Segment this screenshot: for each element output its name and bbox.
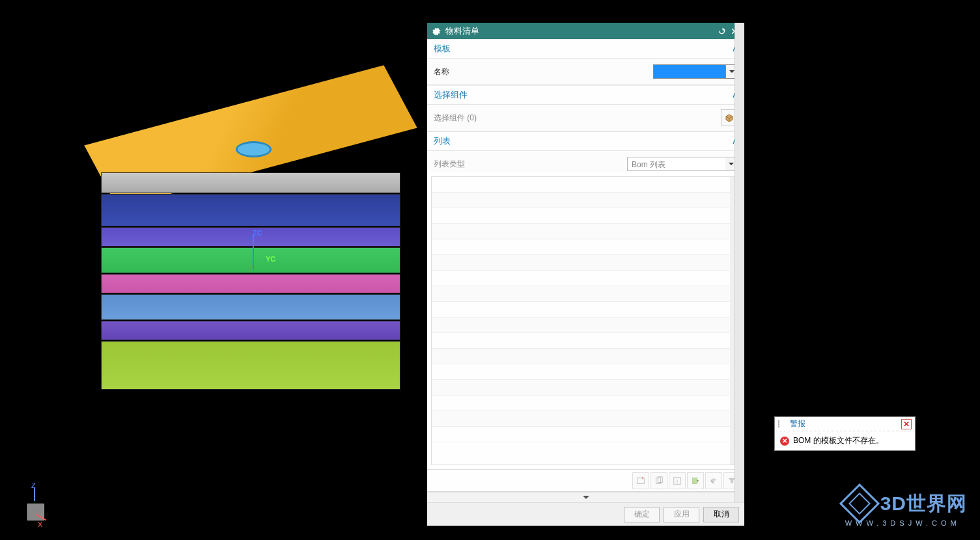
error-icon: ✕ (780, 437, 789, 446)
list-type-combo[interactable]: Bom 列表 (627, 157, 738, 171)
table-row[interactable] (432, 302, 740, 317)
locating-ring (236, 141, 272, 157)
bom-dialog: 物料清单 模板 ∧ 名称 选择组件 ∧ (427, 23, 744, 526)
alert-body: ✕ BOM 的模板文件不存在。 (775, 431, 915, 450)
table-row[interactable] (432, 271, 740, 286)
table-row[interactable] (432, 427, 740, 442)
info-icon[interactable]: i (669, 472, 686, 489)
watermark: 3D世界网 WWW.3DSJW.COM (845, 489, 967, 527)
z-axis-line (34, 488, 35, 501)
reset-icon[interactable] (716, 26, 727, 36)
x-axis-label: X (38, 520, 42, 528)
table-row[interactable] (432, 349, 740, 364)
table-row[interactable] (432, 255, 740, 271)
table-row[interactable] (432, 380, 740, 396)
dialog-title: 物料清单 (445, 25, 714, 37)
alert-header[interactable]: 警报 ✕ (775, 417, 915, 431)
plate-layer (101, 227, 400, 247)
plate-layer (101, 321, 400, 340)
plate-layer (101, 341, 400, 390)
expand-toggle[interactable] (427, 492, 744, 502)
view-icon[interactable] (705, 472, 722, 489)
watermark-logo-icon (839, 483, 880, 524)
table-row[interactable] (432, 224, 740, 239)
select-component-label: 选择组件 (0) (434, 113, 721, 124)
table-row[interactable] (432, 208, 740, 224)
new-row-icon[interactable] (632, 472, 649, 489)
svg-text:i: i (677, 478, 678, 484)
combo-field[interactable] (654, 65, 725, 78)
svg-rect-0 (637, 478, 645, 483)
plate-stack (101, 172, 400, 390)
watermark-sub: WWW.3DSJW.COM (845, 519, 967, 527)
plate-layer (101, 172, 400, 193)
table-row[interactable] (432, 411, 740, 427)
export-icon[interactable] (687, 472, 704, 489)
section-title: 模板 (434, 43, 732, 55)
list-section: 列表 ∧ 列表类型 Bom 列表 (427, 131, 744, 492)
yc-axis-label: YC (266, 255, 275, 263)
alert-popup: 警报 ✕ ✕ BOM 的模板文件不存在。 (774, 416, 916, 451)
plate-layer (101, 194, 400, 226)
list-toolbar: i (427, 469, 744, 491)
apply-button[interactable]: 应用 (664, 507, 699, 522)
table-row[interactable] (432, 364, 740, 380)
bom-list-grid[interactable] (431, 176, 740, 465)
cancel-button[interactable]: 取消 (703, 507, 739, 522)
dialog-titlebar[interactable]: 物料清单 (427, 23, 744, 39)
view-triad[interactable]: Z X (20, 481, 52, 520)
table-row[interactable] (432, 193, 740, 208)
copy-icon[interactable] (651, 472, 667, 489)
alert-title: 警报 (790, 418, 901, 429)
gear-icon[interactable] (432, 27, 441, 36)
table-row[interactable] (432, 177, 740, 193)
list-section-header[interactable]: 列表 ∧ (427, 131, 744, 151)
ok-button[interactable]: 确定 (624, 507, 660, 522)
section-title: 列表 (434, 135, 732, 147)
alert-message: BOM 的模板文件不存在。 (793, 435, 884, 446)
template-section: 模板 ∧ 名称 (427, 39, 744, 85)
name-label: 名称 (434, 66, 653, 77)
table-row[interactable] (432, 286, 740, 302)
dialog-button-bar: 确定 应用 取消 (427, 502, 744, 526)
table-row[interactable] (432, 333, 740, 349)
svg-rect-5 (693, 478, 697, 483)
table-row[interactable] (432, 317, 740, 333)
watermark-main: 3D世界网 (880, 491, 967, 517)
list-type-label: 列表类型 (434, 159, 627, 170)
combo-field: Bom 列表 (628, 157, 725, 170)
select-component-section: 选择组件 ∧ 选择组件 (0) (427, 85, 744, 131)
zc-axis-line (253, 234, 254, 270)
table-row[interactable] (432, 239, 740, 255)
mold-assembly-model[interactable] (101, 101, 400, 387)
template-name-combo[interactable] (653, 64, 738, 79)
close-icon[interactable]: ✕ (901, 419, 912, 429)
plate-layer (101, 274, 400, 293)
viewport-3d[interactable]: ZC YC Z X (0, 0, 427, 540)
table-row[interactable] (432, 396, 740, 411)
template-section-header[interactable]: 模板 ∧ (427, 39, 744, 59)
section-title: 选择组件 (434, 89, 732, 101)
select-component-header[interactable]: 选择组件 ∧ (427, 85, 744, 105)
zc-axis-label: ZC (253, 229, 262, 237)
grip-icon[interactable] (778, 420, 785, 427)
plate-layer (101, 294, 400, 320)
dialog-scrollbar[interactable] (735, 23, 744, 502)
plate-layer (101, 247, 400, 273)
